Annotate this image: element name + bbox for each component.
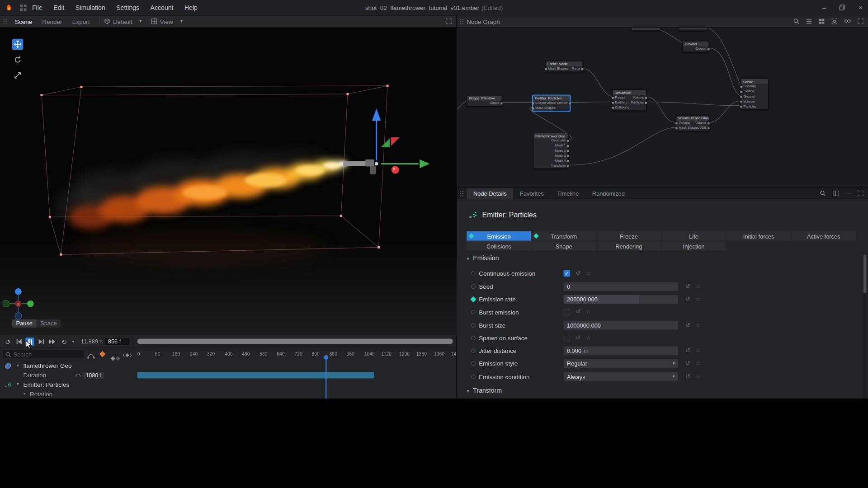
view-menu-dropdown[interactable]: View bbox=[157, 18, 178, 25]
keyable-indicator[interactable] bbox=[471, 323, 476, 328]
loop-mode-button[interactable]: ↻ bbox=[60, 338, 69, 346]
flamethrower-nozzle[interactable] bbox=[343, 160, 376, 174]
node-flamethrower-geo[interactable]: Flamethrower Geo Geometry Mask 1 Mask 2 … bbox=[533, 133, 568, 169]
input-port[interactable] bbox=[545, 68, 547, 70]
viewport-3d-canvas[interactable]: X Pause Space bbox=[0, 28, 457, 335]
scrollbar-thumb[interactable] bbox=[863, 254, 866, 293]
category-collisions[interactable]: Collisions bbox=[467, 241, 531, 251]
input-port[interactable] bbox=[675, 127, 678, 129]
track-row-duration[interactable]: Duration 1080f bbox=[0, 371, 457, 380]
burst-emission-checkbox[interactable] bbox=[564, 309, 571, 315]
record-keyframe-icon[interactable] bbox=[100, 352, 105, 357]
input-port[interactable] bbox=[532, 107, 534, 109]
loop-chevron-icon[interactable]: ▾ bbox=[69, 338, 78, 346]
search-icon[interactable] bbox=[820, 190, 826, 196]
input-port[interactable] bbox=[532, 102, 534, 104]
output-port[interactable] bbox=[567, 160, 569, 162]
category-shape[interactable]: Shape bbox=[532, 241, 596, 251]
favorite-star-icon[interactable]: ☆ bbox=[695, 360, 701, 367]
animation-curve-icon[interactable] bbox=[87, 351, 94, 361]
menu-settings[interactable]: Settings bbox=[111, 4, 145, 11]
reset-icon[interactable]: ↺ bbox=[685, 373, 690, 380]
reset-icon[interactable]: ↺ bbox=[685, 360, 690, 367]
tab-export[interactable]: Export bbox=[67, 18, 95, 25]
restart-button[interactable]: ↺ bbox=[3, 338, 12, 346]
output-port[interactable] bbox=[500, 102, 503, 104]
jitter-distance-input[interactable]: 0.000m bbox=[564, 347, 678, 356]
favorite-star-icon[interactable]: ☆ bbox=[695, 347, 701, 354]
spawn-on-surface-checkbox[interactable] bbox=[564, 335, 571, 342]
favorite-star-icon[interactable]: ☆ bbox=[586, 334, 591, 342]
input-port[interactable] bbox=[740, 105, 742, 108]
reset-icon[interactable]: ↺ bbox=[685, 347, 690, 354]
tab-render[interactable]: Render bbox=[37, 18, 67, 25]
input-port[interactable] bbox=[740, 85, 742, 88]
node-simulation[interactable]: Simulation ForcesVolume EmittersParticle… bbox=[612, 89, 646, 111]
keyframe-navigate-icon[interactable] bbox=[123, 351, 132, 361]
emission-style-dropdown[interactable]: Regular▾ bbox=[564, 359, 678, 368]
tab-favorites[interactable]: Favorites bbox=[513, 188, 550, 199]
node-graph-canvas[interactable]: Ground Ground Force: Noise Mask ShapesFo… bbox=[457, 28, 868, 188]
keyable-indicator[interactable] bbox=[471, 310, 476, 314]
app-logo-icon[interactable] bbox=[5, 3, 14, 12]
next-keyframe-button[interactable] bbox=[37, 338, 46, 346]
duration-range-bar[interactable] bbox=[137, 372, 374, 379]
favorite-star-icon[interactable]: ☆ bbox=[695, 321, 701, 328]
expand-panel-icon[interactable] bbox=[858, 18, 863, 24]
scale-tool-button[interactable] bbox=[12, 70, 23, 80]
node-shape-primitive[interactable]: Shape: Primitive Shape bbox=[467, 95, 502, 106]
output-port[interactable] bbox=[567, 164, 569, 167]
keyable-indicator[interactable] bbox=[471, 336, 476, 340]
node-scene[interactable]: Scene Shading Skybox Ground Volume Parti… bbox=[741, 79, 768, 110]
output-port[interactable] bbox=[567, 155, 569, 157]
link-nodes-icon[interactable] bbox=[844, 18, 851, 24]
keyable-indicator[interactable] bbox=[471, 271, 476, 276]
section-emission[interactable]: ▾Emission bbox=[467, 254, 499, 261]
input-port[interactable] bbox=[740, 95, 742, 98]
tab-node-details[interactable]: Node Details bbox=[467, 188, 513, 199]
tab-timeline[interactable]: Timeline bbox=[551, 188, 586, 199]
fit-view-icon[interactable] bbox=[831, 18, 837, 24]
expand-panel-icon[interactable] bbox=[858, 190, 863, 196]
search-input[interactable] bbox=[13, 350, 82, 358]
section-transform[interactable]: ▾Transform bbox=[467, 387, 502, 394]
output-port[interactable] bbox=[708, 122, 710, 124]
keyable-indicator[interactable] bbox=[471, 348, 476, 353]
prev-keyframe-button[interactable] bbox=[14, 338, 24, 346]
menu-edit[interactable]: Edit bbox=[48, 4, 70, 11]
playhead-handle[interactable] bbox=[324, 355, 328, 360]
input-port[interactable] bbox=[612, 97, 614, 99]
output-port[interactable] bbox=[645, 102, 647, 104]
category-emission[interactable]: Emission bbox=[467, 231, 531, 241]
track-row-rotation[interactable]: ▾ Rotation bbox=[0, 389, 457, 399]
playhead[interactable] bbox=[326, 357, 326, 399]
keyable-indicator[interactable] bbox=[471, 361, 476, 366]
grid-layout-icon[interactable] bbox=[819, 18, 825, 24]
category-freeze[interactable]: Freeze bbox=[597, 231, 661, 241]
transform-gizmo[interactable] bbox=[372, 108, 429, 174]
apps-grid-icon[interactable] bbox=[20, 4, 27, 11]
input-port[interactable] bbox=[612, 107, 614, 109]
frame-input[interactable]: 856f bbox=[104, 337, 131, 346]
output-port[interactable] bbox=[708, 48, 710, 50]
favorite-star-icon[interactable]: ☆ bbox=[695, 373, 701, 380]
input-port[interactable] bbox=[612, 102, 614, 104]
favorite-star-icon[interactable]: ☆ bbox=[695, 283, 701, 290]
favorite-star-icon[interactable]: ☆ bbox=[695, 296, 701, 303]
menu-simulation[interactable]: Simulation bbox=[70, 4, 111, 11]
menu-help[interactable]: Help bbox=[179, 4, 203, 11]
menu-file[interactable]: File bbox=[27, 4, 48, 11]
node-volume-processing[interactable]: Volume Processing VolumeVolume Mask Shap… bbox=[676, 115, 709, 131]
timeline-range-slider[interactable] bbox=[137, 338, 453, 344]
tab-scene[interactable]: Scene bbox=[10, 18, 37, 25]
reset-icon[interactable]: ↺ bbox=[576, 334, 580, 342]
move-tool-button[interactable] bbox=[12, 39, 23, 50]
keyframed-indicator[interactable] bbox=[470, 296, 476, 303]
rotate-tool-button[interactable] bbox=[12, 54, 23, 65]
output-port[interactable] bbox=[567, 150, 569, 152]
reset-icon[interactable]: ↺ bbox=[576, 269, 580, 277]
list-icon[interactable] bbox=[806, 18, 812, 24]
continuous-emission-checkbox[interactable]: ✓ bbox=[564, 270, 571, 277]
output-port[interactable] bbox=[645, 97, 647, 99]
tab-randomized[interactable]: Randomized bbox=[585, 188, 632, 199]
